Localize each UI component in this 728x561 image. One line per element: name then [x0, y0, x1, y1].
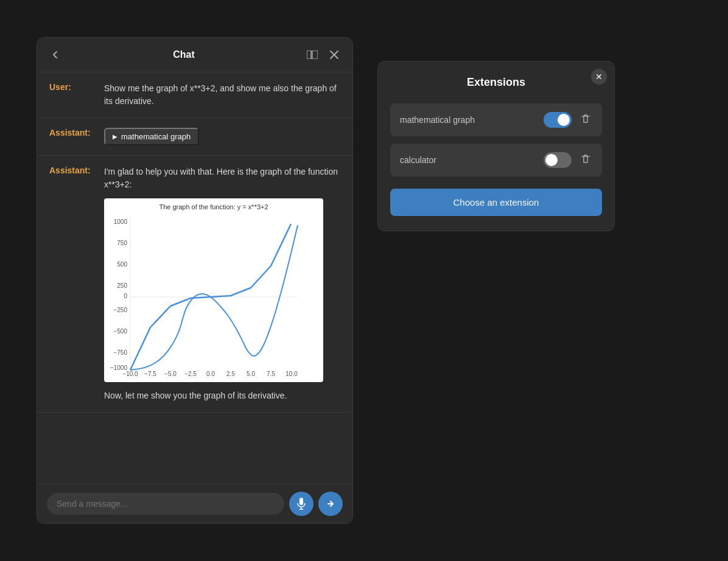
graph-title: The graph of the function: y = x**3+2: [109, 203, 318, 211]
svg-text:−7.5: −7.5: [144, 371, 156, 377]
extensions-panel: ✕ Extensions mathematical graph calculat…: [377, 61, 615, 231]
math-graph-slider: [544, 112, 572, 128]
calculator-slider: [544, 152, 572, 168]
svg-text:−5.0: −5.0: [164, 371, 177, 377]
extensions-close-icon: ✕: [595, 72, 603, 82]
svg-text:250: 250: [117, 282, 127, 289]
user-label: User:: [49, 82, 98, 92]
extension-item-math-graph: mathematical graph: [390, 103, 602, 136]
send-button[interactable]: [318, 492, 343, 516]
extensions-close-button[interactable]: ✕: [591, 69, 607, 85]
assistant-text-after: Now, let me show you the graph of its de…: [104, 389, 340, 402]
sidebar-toggle-button[interactable]: [304, 46, 321, 63]
math-graph-toggle[interactable]: [544, 112, 572, 128]
mic-button[interactable]: [289, 492, 313, 516]
back-button[interactable]: [47, 46, 64, 63]
chat-messages: User: Show me the graph of x**3+2, and s…: [37, 72, 352, 484]
user-message-text: Show me the graph of x**3+2, and show me…: [104, 82, 340, 108]
svg-rect-1: [312, 51, 318, 59]
calculator-controls: [544, 152, 592, 168]
svg-text:0.0: 0.0: [206, 371, 215, 377]
svg-rect-0: [307, 51, 311, 59]
svg-text:0: 0: [124, 293, 127, 299]
calculator-delete-button[interactable]: [579, 152, 592, 168]
extension-item-calculator: calculator: [390, 144, 602, 176]
svg-text:500: 500: [117, 261, 127, 268]
close-button[interactable]: [326, 46, 343, 63]
extension-name-calculator: calculator: [400, 155, 436, 165]
assistant-tag-block: Assistant: ▶ mathematical graph: [37, 118, 352, 156]
assistant-graph-block: Assistant: I'm glad to help you with tha…: [37, 156, 352, 413]
svg-rect-23: [299, 498, 303, 505]
calculator-knob: [545, 154, 558, 166]
graph-svg: 1000 750 500 250 0 −250 −500 −750 −1000 …: [109, 213, 316, 377]
chat-title: Chat: [64, 49, 304, 60]
math-graph-knob: [558, 114, 570, 126]
svg-text:7.5: 7.5: [267, 371, 275, 377]
svg-text:−250: −250: [113, 307, 127, 313]
svg-text:2.5: 2.5: [226, 371, 235, 377]
svg-text:−750: −750: [113, 349, 127, 356]
message-input[interactable]: [47, 493, 284, 515]
svg-text:5.0: 5.0: [247, 371, 255, 377]
chat-input-area: [37, 484, 352, 523]
assistant-label-1: Assistant:: [49, 128, 98, 138]
graph-container: The graph of the function: y = x**3+2 10…: [104, 198, 323, 382]
assistant-text-before: I'm glad to help you with that. Here is …: [104, 166, 340, 191]
assistant-label-2: Assistant:: [49, 166, 98, 175]
extensions-title: Extensions: [390, 76, 602, 89]
math-graph-delete-icon: [580, 113, 591, 124]
chat-window: Chat User: Show me the graph of x**3+2, …: [37, 37, 353, 524]
svg-text:750: 750: [117, 240, 127, 246]
svg-text:−10.0: −10.0: [122, 371, 138, 377]
math-graph-controls: [544, 112, 592, 128]
svg-text:1000: 1000: [114, 218, 128, 225]
svg-text:−2.5: −2.5: [184, 371, 197, 377]
extension-name-math-graph: mathematical graph: [400, 115, 475, 125]
calculator-toggle[interactable]: [544, 152, 572, 168]
math-graph-delete-button[interactable]: [579, 112, 592, 128]
calculator-delete-icon: [580, 153, 591, 164]
cubic-curve: [130, 225, 298, 370]
chat-header: Chat: [37, 38, 352, 72]
send-icon: [325, 498, 336, 509]
tag-label: mathematical graph: [121, 132, 191, 141]
svg-text:−500: −500: [113, 328, 127, 335]
user-message-block: User: Show me the graph of x**3+2, and s…: [37, 72, 352, 118]
svg-text:10.0: 10.0: [285, 371, 298, 377]
mic-icon: [296, 498, 306, 510]
mathematical-graph-tag[interactable]: ▶ mathematical graph: [104, 128, 199, 145]
choose-extension-button[interactable]: Choose an extension: [390, 189, 602, 216]
tag-arrow-icon: ▶: [113, 133, 117, 140]
